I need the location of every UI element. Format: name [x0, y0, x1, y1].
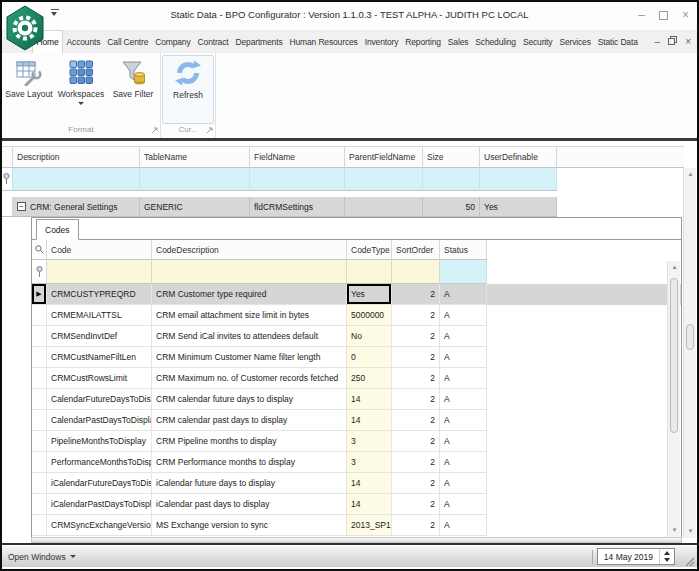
table-row[interactable]: CRMSendInvtDef CRM Send iCal invites to … [32, 326, 681, 347]
cell-sortorder[interactable]: 2 [392, 389, 440, 410]
save-filter-button[interactable]: Save Filter [107, 55, 159, 124]
cell-code[interactable]: iCalendarFutureDaysToDisplay [47, 473, 152, 494]
filter-cell-codedescription[interactable] [152, 260, 347, 284]
column-header-parentfieldname[interactable]: ParentFieldName [345, 146, 423, 168]
cell-parentfieldname[interactable] [345, 197, 423, 217]
cell-status[interactable]: A [440, 347, 487, 368]
resize-grip[interactable] [683, 555, 695, 567]
cell-codetype[interactable]: 14 [347, 389, 392, 410]
table-row[interactable]: PerformanceMonthsToDisplay CRM Performan… [32, 452, 681, 473]
table-row[interactable]: PipelineMonthsToDisplay CRM Pipeline mon… [32, 431, 681, 452]
filter-cell-description[interactable] [13, 168, 140, 191]
filter-cell-parentfieldname[interactable] [345, 168, 423, 191]
column-header-codedescription[interactable]: CodeDescription [152, 240, 347, 260]
column-header-sortorder[interactable]: SortOrder [392, 240, 440, 260]
tab-reporting[interactable]: Reporting [402, 30, 445, 53]
cell-fieldname[interactable]: fldCRMSettings [250, 197, 345, 217]
cell-status[interactable]: A [440, 473, 487, 494]
cell-code[interactable]: CRMCustNameFiltLen [47, 347, 152, 368]
cell-userdefinable[interactable]: Yes [480, 197, 557, 217]
date-value[interactable]: 14 May 2019 [598, 552, 659, 562]
filter-cell-code[interactable] [47, 260, 152, 284]
column-header-codetype[interactable]: CodeType [347, 240, 392, 260]
ribbon-close-icon[interactable]: × [685, 37, 691, 47]
cell-codedescription[interactable]: CRM email attachment size limit in bytes [152, 305, 347, 326]
workspaces-button[interactable]: Workspaces [55, 55, 107, 124]
table-row[interactable]: CRMCustRowsLimit CRM Maximum no. of Cust… [32, 368, 681, 389]
cell-code[interactable]: PipelineMonthsToDisplay [47, 431, 152, 452]
column-header-description[interactable]: Description [13, 146, 140, 168]
cell-codetype[interactable]: 2013_SP1 [347, 515, 392, 536]
cell-codetype[interactable]: 3 [347, 431, 392, 452]
scroll-down-icon[interactable]: ▼ [668, 524, 681, 537]
cell-status[interactable]: A [440, 326, 487, 347]
cell-description[interactable]: − CRM: General Settings [13, 197, 140, 217]
tab-security[interactable]: Security [519, 30, 556, 53]
refresh-button[interactable]: Refresh [162, 55, 214, 124]
table-row[interactable]: iCalendarFutureDaysToDisplay iCalendar f… [32, 473, 681, 494]
cell-code[interactable]: CRMCUSTYPREQRD [47, 284, 152, 305]
close-button[interactable]: × [682, 5, 689, 25]
table-row[interactable]: ▶ CRMCUSTYPREQRD CRM Customer type requi… [32, 284, 681, 305]
cell-sortorder[interactable]: 2 [392, 305, 440, 326]
cell-status[interactable]: A [440, 284, 487, 305]
cell-status[interactable]: A [440, 494, 487, 515]
cell-sortorder[interactable]: 2 [392, 284, 440, 305]
cell-codedescription[interactable]: CRM calendar past days to display [152, 410, 347, 431]
cell-status[interactable]: A [440, 452, 487, 473]
cell-codetype[interactable]: No [347, 326, 392, 347]
cell-codedescription[interactable]: CRM Pipeline months to display [152, 431, 347, 452]
tab-human-resources[interactable]: Human Resources [286, 30, 361, 53]
scroll-up-icon[interactable]: ▲ [668, 261, 681, 274]
cell-codedescription[interactable]: CRM Send iCal invites to attendees defau… [152, 326, 347, 347]
cell-codetype[interactable]: 0 [347, 347, 392, 368]
filter-cell-sortorder[interactable] [392, 260, 440, 284]
ribbon-restore-icon[interactable] [668, 36, 677, 47]
cell-status[interactable]: A [440, 305, 487, 326]
tab-accounts[interactable]: Accounts [63, 30, 104, 53]
cell-sortorder[interactable]: 2 [392, 494, 440, 515]
dialog-launcher-icon[interactable] [151, 127, 158, 136]
tab-services[interactable]: Services [556, 30, 594, 53]
cell-codedescription[interactable]: CRM calendar future days to display [152, 389, 347, 410]
tab-call-centre[interactable]: Call Centre [104, 30, 152, 53]
cell-sortorder[interactable]: 2 [392, 473, 440, 494]
cell-code[interactable]: CRMSyncExchangeVersion [47, 515, 152, 536]
cell-status[interactable]: A [440, 368, 487, 389]
cell-sortorder[interactable]: 2 [392, 452, 440, 473]
cell-code[interactable]: PerformanceMonthsToDisplay [47, 452, 152, 473]
table-row[interactable]: CalendarFutureDaysToDisplay CRM calendar… [32, 389, 681, 410]
spinner-up-icon[interactable] [664, 551, 670, 555]
filter-cell-fieldname[interactable] [250, 168, 345, 191]
table-row[interactable]: iCalendarPastDaysToDisplay iCalendar pas… [32, 494, 681, 515]
cell-code[interactable]: CRMSendInvtDef [47, 326, 152, 347]
collapse-row-icon[interactable]: − [17, 202, 26, 211]
column-header-tablename[interactable]: TableName [140, 146, 250, 168]
table-row[interactable]: CRMCustNameFiltLen CRM Minimum Customer … [32, 347, 681, 368]
cell-codedescription[interactable]: CRM Performance months to display [152, 452, 347, 473]
cell-code[interactable]: CalendarFutureDaysToDisplay [47, 389, 152, 410]
cell-codedescription[interactable]: CRM Maximum no. of Customer records fetc… [152, 368, 347, 389]
cell-codedescription[interactable]: CRM Minimum Customer Name filter length [152, 347, 347, 368]
column-header-status[interactable]: Status [440, 240, 487, 260]
tab-inventory[interactable]: Inventory [361, 30, 402, 53]
cell-codetype-focused[interactable]: Yes [347, 284, 392, 305]
dialog-launcher-icon[interactable] [206, 127, 213, 136]
date-editor[interactable]: 14 May 2019 [597, 548, 675, 565]
cell-code[interactable]: CRMCustRowsLimit [47, 368, 152, 389]
column-header-fieldname[interactable]: FieldName [250, 146, 345, 168]
cell-codedescription[interactable]: iCalendar past days to display [152, 494, 347, 515]
filter-cell-tablename[interactable] [140, 168, 250, 191]
table-row[interactable]: CalendarPastDaysToDisplay CRM calendar p… [32, 410, 681, 431]
cell-status[interactable]: A [440, 389, 487, 410]
cell-code[interactable]: iCalendarPastDaysToDisplay [47, 494, 152, 515]
cell-code[interactable]: CalendarPastDaysToDisplay [47, 410, 152, 431]
tab-sales[interactable]: Sales [444, 30, 472, 53]
minimize-button[interactable]: – [638, 5, 645, 25]
cell-status[interactable]: A [440, 515, 487, 536]
cell-sortorder[interactable]: 2 [392, 431, 440, 452]
cell-code[interactable]: CRMEMAILATTSL [47, 305, 152, 326]
cell-sortorder[interactable]: 2 [392, 326, 440, 347]
maximize-button[interactable] [659, 11, 668, 20]
spinner-down-icon[interactable] [664, 558, 670, 562]
